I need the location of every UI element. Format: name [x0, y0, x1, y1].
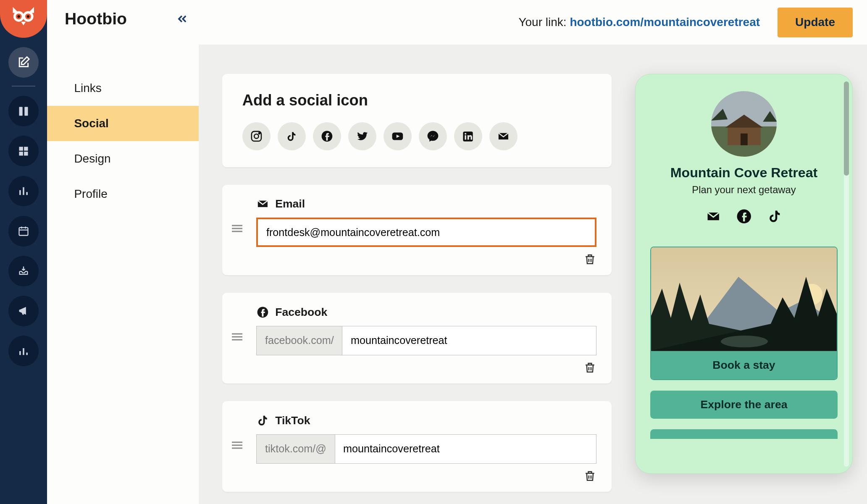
tiktok-prefix: tiktok.com/@	[257, 435, 335, 463]
main: Your link: hootbio.com/mountaincoveretre…	[199, 0, 867, 504]
link-label: Your link:	[518, 16, 566, 29]
trash-icon	[583, 253, 596, 266]
drag-handle[interactable]	[232, 441, 242, 452]
preview-link-2[interactable]: Explore the area	[650, 391, 837, 419]
trash-icon	[583, 470, 596, 483]
linkedin-icon	[462, 131, 474, 142]
field-label-email: Email	[256, 197, 596, 210]
chart-icon	[18, 345, 29, 357]
delete-tiktok[interactable]	[583, 470, 596, 483]
email-icon	[497, 130, 510, 143]
add-messenger[interactable]	[419, 122, 447, 150]
facebook-icon	[256, 306, 269, 319]
preview-link-card-1[interactable]: Book a stay	[650, 247, 837, 380]
add-tiktok[interactable]	[278, 122, 306, 150]
tiktok-icon	[256, 414, 269, 427]
preview-tagline: Plan your next getaway	[692, 184, 796, 196]
inbox-icon	[18, 265, 29, 277]
preview-link-3-peek[interactable]	[650, 429, 837, 438]
sidebar-collapse[interactable]	[176, 13, 188, 27]
svg-rect-8	[19, 147, 23, 150]
link-url[interactable]: hootbio.com/mountaincoveretreat	[570, 16, 760, 29]
add-instagram[interactable]	[242, 122, 271, 150]
messenger-icon	[426, 130, 439, 143]
drag-icon	[232, 224, 242, 233]
sidebar-item-label: Design	[74, 152, 110, 165]
preview-link-2-label: Explore the area	[701, 398, 788, 411]
streams-icon	[18, 105, 29, 117]
brand: Hootbio	[65, 10, 127, 28]
tiktok-icon	[767, 209, 782, 224]
email-icon	[706, 209, 721, 224]
sidebar-item-label: Social	[74, 117, 108, 130]
svg-rect-6	[19, 107, 22, 116]
rail-amplify[interactable]	[8, 296, 39, 326]
preview-scrollbar-thumb[interactable]	[844, 81, 849, 176]
svg-rect-11	[24, 152, 28, 155]
drag-handle[interactable]	[232, 224, 242, 236]
update-button[interactable]: Update	[778, 8, 853, 37]
facebook-icon	[321, 130, 334, 143]
preview-tiktok-icon[interactable]	[767, 209, 782, 226]
svg-point-15	[259, 133, 260, 134]
add-twitter[interactable]	[348, 122, 376, 150]
sidebar-item-links[interactable]: Links	[47, 71, 199, 106]
delete-facebook[interactable]	[583, 361, 596, 374]
twitter-icon	[356, 130, 369, 143]
topbar: Your link: hootbio.com/mountaincoveretre…	[199, 0, 867, 45]
add-facebook[interactable]	[313, 122, 341, 150]
rail-compose[interactable]	[8, 47, 39, 78]
svg-rect-10	[19, 152, 23, 155]
svg-point-20	[465, 133, 466, 134]
rail-streams[interactable]	[8, 96, 39, 126]
svg-point-4	[18, 15, 20, 18]
drag-handle[interactable]	[232, 332, 242, 344]
add-email[interactable]	[489, 122, 518, 150]
tiktok-input[interactable]	[335, 435, 596, 463]
add-social-title: Add a social icon	[242, 92, 592, 109]
add-linkedin[interactable]	[454, 122, 482, 150]
sidebar-item-design[interactable]: Design	[47, 141, 199, 176]
svg-point-28	[721, 336, 768, 347]
sidebar-item-social[interactable]: Social	[47, 106, 199, 141]
preview-facebook-icon[interactable]	[736, 209, 751, 226]
add-youtube[interactable]	[384, 122, 412, 150]
preview-link-1-label: Book a stay	[651, 351, 836, 379]
preview-scrollbar-track[interactable]	[844, 81, 849, 466]
instagram-icon	[250, 130, 263, 143]
preview-link-image	[651, 247, 836, 351]
svg-rect-9	[24, 147, 28, 150]
rail-calendar[interactable]	[8, 216, 39, 247]
add-social-panel: Add a social icon	[222, 74, 612, 167]
sidebar-item-label: Profile	[74, 187, 107, 201]
grid-icon	[18, 145, 29, 157]
rail-divider	[12, 86, 35, 86]
email-input[interactable]	[258, 219, 594, 245]
trash-icon	[583, 361, 596, 374]
email-icon	[256, 197, 269, 210]
youtube-icon	[391, 130, 404, 143]
svg-rect-7	[24, 107, 28, 116]
facebook-prefix: facebook.com/	[257, 326, 342, 355]
nav-rail	[0, 0, 47, 504]
preview-avatar	[711, 91, 777, 157]
field-label-tiktok: TikTok	[256, 414, 596, 427]
calendar-icon	[18, 225, 29, 237]
app-logo[interactable]	[0, 0, 47, 38]
rail-analytics[interactable]	[8, 176, 39, 207]
rail-dashboard[interactable]	[8, 136, 39, 166]
sidebar-item-profile[interactable]: Profile	[47, 176, 199, 212]
field-label-facebook: Facebook	[256, 306, 596, 319]
facebook-input[interactable]	[342, 326, 596, 355]
preview-email-icon[interactable]	[706, 209, 721, 226]
rail-inbox[interactable]	[8, 256, 39, 286]
rail-insights[interactable]	[8, 336, 39, 366]
svg-rect-12	[19, 228, 28, 236]
owl-icon	[11, 6, 37, 32]
bars-icon	[18, 185, 29, 197]
sidebar: Hootbio Links Social Design Profile	[47, 0, 199, 504]
svg-point-5	[27, 15, 29, 18]
delete-email[interactable]	[583, 253, 596, 266]
social-entry-tiktok: TikTok tiktok.com/@	[222, 401, 612, 492]
drag-icon	[232, 332, 242, 341]
